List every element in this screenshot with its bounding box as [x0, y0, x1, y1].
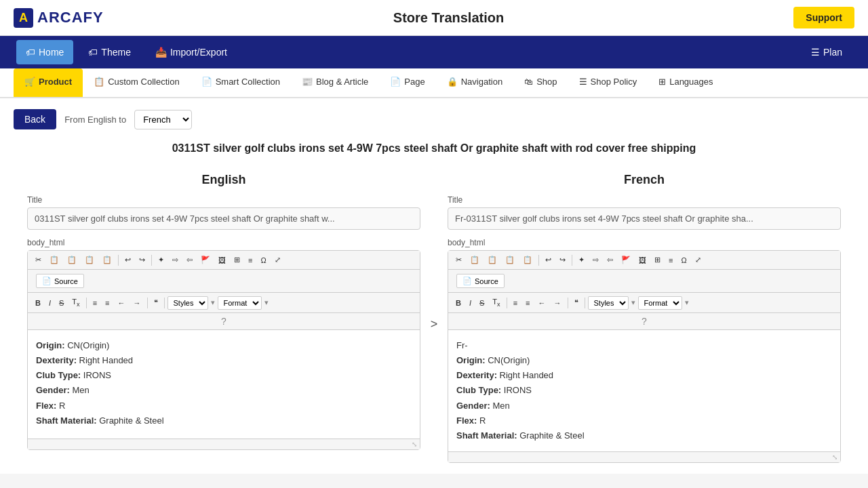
undo-button-fr[interactable]: ↩	[542, 253, 555, 266]
styles-select-fr[interactable]: Styles	[588, 296, 629, 310]
format-arrow-fr: ▾	[684, 298, 690, 307]
subscript-button-fr[interactable]: Tx	[489, 296, 503, 310]
ol-button-fr[interactable]: ≡	[510, 297, 521, 309]
english-title-input[interactable]	[27, 207, 420, 230]
redo-button[interactable]: ↪	[136, 253, 149, 266]
indent-button-fr[interactable]: →	[551, 297, 565, 309]
nav-item-import-export[interactable]: 📥 Import/Export	[143, 36, 239, 68]
sep5	[164, 298, 165, 308]
subscript-button-en[interactable]: Tx	[68, 296, 83, 310]
sep8	[507, 298, 507, 308]
table-button-fr[interactable]: ⊞	[651, 253, 664, 266]
sep1	[118, 255, 119, 266]
undo-button[interactable]: ↩	[121, 253, 134, 266]
special-char-button[interactable]: Ω	[257, 254, 269, 266]
fullscreen-button[interactable]: ⤢	[271, 253, 284, 266]
special-char-button-fr[interactable]: Ω	[677, 254, 690, 266]
image-button[interactable]: 🖼	[215, 254, 229, 266]
indent-button-en[interactable]: →	[130, 297, 144, 309]
shaft-label-fr: Shaft Material:	[456, 430, 517, 441]
ul-button-en[interactable]: ≡	[102, 297, 113, 309]
spell-check-button[interactable]: ⇦	[183, 253, 196, 266]
french-body-label: body_html	[448, 238, 841, 247]
source-button-en[interactable]: 📄 Source	[36, 274, 84, 288]
english-editor-content[interactable]: Origin: CN(Origin) Dexterity: Right Hand…	[28, 330, 420, 439]
copy-button-fr[interactable]: 📋	[467, 253, 483, 266]
french-title-input[interactable]	[448, 207, 841, 230]
smart-collection-icon: 📄	[201, 77, 212, 87]
paste-text-button[interactable]: 📋	[81, 253, 98, 266]
tab-blog-article[interactable]: 📰 Blog & Article	[291, 68, 379, 97]
image-button-fr[interactable]: 🖼	[635, 254, 650, 266]
redo-button-fr[interactable]: ↪	[556, 253, 569, 266]
tab-page[interactable]: 📄 Page	[379, 68, 435, 97]
blockquote-button-fr[interactable]: ❝	[571, 296, 582, 309]
page-title: Store Translation	[393, 10, 504, 26]
source-icon-fr: 📄	[462, 277, 472, 285]
club-type-label-fr: Club Type:	[456, 385, 501, 395]
navigation-icon: 🔒	[447, 77, 458, 87]
tab-custom-collection[interactable]: 📋 Custom Collection	[83, 68, 191, 97]
flag-button[interactable]: 🚩	[197, 253, 214, 266]
outdent-button-en[interactable]: ←	[115, 297, 129, 309]
language-select[interactable]: French German Spanish	[134, 110, 192, 129]
flag-button-fr[interactable]: 🚩	[618, 253, 634, 266]
fullscreen-button-fr[interactable]: ⤢	[692, 253, 705, 266]
back-row: Back From English to French German Spani…	[14, 109, 854, 129]
english-body-label: body_html	[27, 238, 420, 247]
ol-button-en[interactable]: ≡	[90, 297, 100, 309]
tab-shop[interactable]: 🛍 Shop	[513, 68, 568, 97]
ul-button-fr[interactable]: ≡	[522, 297, 533, 309]
custom-collection-icon: 📋	[94, 77, 104, 87]
find-button[interactable]: ✦	[155, 253, 167, 266]
paste-button[interactable]: 📋	[64, 253, 80, 266]
italic-button-en[interactable]: I	[45, 297, 54, 309]
cut-button-fr[interactable]: ✂	[452, 253, 465, 266]
styles-select-en[interactable]: Styles	[167, 296, 208, 310]
paste-word-button-fr[interactable]: 📋	[519, 253, 536, 266]
tab-product[interactable]: 🛒 Product	[14, 68, 83, 97]
format-select-en[interactable]: Format	[218, 296, 262, 310]
styles-arrow-fr: ▾	[630, 298, 637, 307]
paste-text-button-fr[interactable]: 📋	[502, 253, 518, 266]
hr-button-fr[interactable]: ≡	[665, 254, 676, 266]
bold-button-fr[interactable]: B	[452, 297, 465, 309]
outdent-button-fr[interactable]: ←	[535, 297, 549, 309]
resize-icon-en: ⤡	[412, 441, 417, 448]
tab-bar: 🛒 Product 📋 Custom Collection 📄 Smart Co…	[0, 68, 868, 98]
nav-item-plan[interactable]: ☰ Plan	[799, 36, 854, 68]
select-all-button-fr[interactable]: ⇨	[589, 253, 602, 266]
support-button[interactable]: Support	[793, 7, 854, 28]
tab-navigation[interactable]: 🔒 Navigation	[436, 68, 513, 97]
english-column: English Title body_html ✂ 📋 📋 📋 📋 ↩ ↪ ✦ …	[27, 173, 420, 463]
french-editor-footer: ⤡	[448, 451, 840, 462]
content-area: Back From English to French German Spani…	[0, 98, 868, 474]
bold-button-en[interactable]: B	[32, 297, 44, 309]
dexterity-label-fr: Dexterity:	[456, 370, 497, 380]
english-title-label: Title	[27, 195, 420, 205]
tab-shop-policy[interactable]: ☰ Shop Policy	[568, 68, 648, 97]
strike-button-en[interactable]: S	[56, 297, 67, 309]
back-button[interactable]: Back	[14, 109, 56, 129]
french-column: French Title body_html ✂ 📋 📋 📋 📋 ↩ ↪ ✦ ⇨	[448, 173, 841, 463]
tab-smart-collection[interactable]: 📄 Smart Collection	[191, 68, 291, 97]
hr-button[interactable]: ≡	[245, 254, 256, 266]
italic-button-fr[interactable]: I	[466, 297, 475, 309]
format-select-fr[interactable]: Format	[638, 296, 682, 310]
french-editor-content[interactable]: Fr- Origin: CN(Origin) Dexterity: Right …	[448, 330, 840, 451]
select-all-button[interactable]: ⇨	[169, 253, 182, 266]
paste-button-fr[interactable]: 📋	[484, 253, 500, 266]
nav-item-home[interactable]: 🏷 Home	[16, 40, 73, 64]
table-button[interactable]: ⊞	[231, 253, 243, 266]
logo-icon: A	[14, 8, 33, 28]
paste-word-button[interactable]: 📋	[99, 253, 115, 266]
blockquote-button-en[interactable]: ❝	[151, 296, 161, 309]
find-button-fr[interactable]: ✦	[575, 253, 588, 266]
spell-check-button-fr[interactable]: ⇦	[604, 253, 616, 266]
tab-languages[interactable]: ⊞ Languages	[648, 68, 724, 97]
strike-button-fr[interactable]: S	[476, 297, 488, 309]
cut-button[interactable]: ✂	[32, 253, 45, 266]
nav-item-theme[interactable]: 🏷 Theme	[76, 36, 143, 68]
source-button-fr[interactable]: 📄 Source	[456, 274, 505, 288]
copy-button[interactable]: 📋	[46, 253, 62, 266]
